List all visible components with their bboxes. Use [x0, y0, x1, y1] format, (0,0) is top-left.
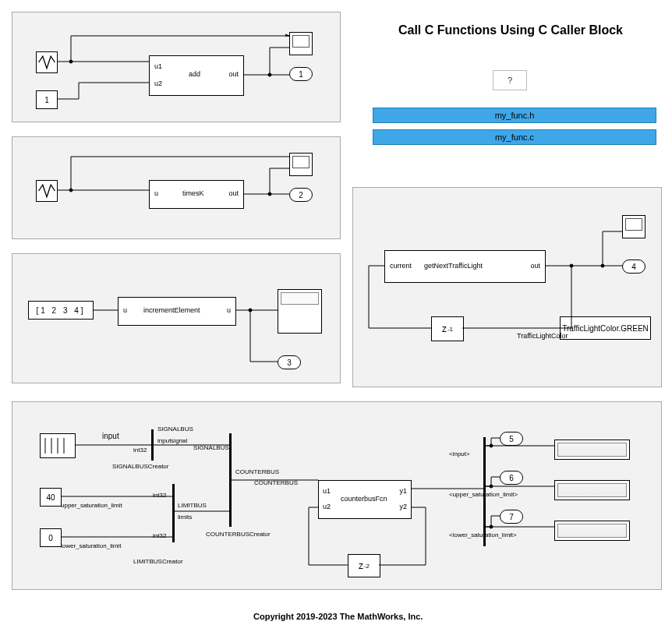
port-out-label: out — [530, 262, 540, 270]
file-source-link[interactable]: my_func.c — [373, 129, 656, 145]
port-u1-label: u1 — [323, 487, 331, 495]
label-int32-a: int32 — [133, 447, 147, 454]
svg-point-1 — [268, 73, 271, 76]
svg-point-4 — [249, 309, 252, 312]
bus-counterbus — [229, 433, 232, 527]
unit-delay-traffic: z-1 — [431, 316, 464, 341]
label-limitbuscreator: LIMITBUSCreator — [133, 558, 183, 565]
block-traffic: current getNextTrafficLight out — [384, 250, 546, 283]
signal-gen-icon — [36, 180, 58, 202]
outport-2: 2 — [289, 188, 313, 202]
svg-point-2 — [69, 189, 73, 192]
svg-point-12 — [490, 485, 493, 488]
scope-1 — [289, 32, 313, 55]
panel-timesk: u timesK out 2 — [12, 136, 341, 239]
outport-6: 6 — [500, 471, 523, 485]
block-counterbusfcn: u1 u2 counterbusFcn y1 y2 — [318, 480, 412, 519]
label-signalbuscreator: SIGNALBUSCreator — [112, 463, 168, 470]
page-title: Call C Functions Using C Caller Block — [366, 23, 655, 37]
label-upper-sat: upper_saturation_limit — [61, 502, 122, 509]
help-button[interactable]: ? — [493, 70, 527, 90]
port-u2-label: u2 — [154, 79, 162, 87]
label-out-input: <input> — [449, 450, 470, 457]
label-limitbus1: LIMITBUS — [178, 502, 207, 509]
outport-4: 4 — [622, 260, 645, 274]
port-current-label: current — [390, 262, 412, 270]
label-signalbus1: SIGNALBUS — [157, 425, 193, 433]
copyright: Copyright 2019-2023 The MathWorks, Inc. — [253, 612, 423, 621]
panel-add: 1 u1 u2 add out 1 — [12, 12, 341, 122]
svg-point-3 — [268, 192, 271, 196]
label-inputsignal: inputsignal — [157, 437, 187, 444]
label-input: input — [102, 432, 119, 440]
scope-2 — [289, 153, 313, 176]
label-counterbus1: COUNTERBUS — [235, 468, 279, 475]
display-6 — [554, 480, 630, 500]
signal-gen-icon — [36, 51, 58, 73]
port-u1-label: u1 — [154, 62, 162, 70]
outport-3: 3 — [278, 355, 301, 369]
label-limits: limits — [178, 514, 192, 521]
label-lower-sat: lower_saturation_limit — [61, 542, 121, 549]
file-header-link[interactable]: my_func.h — [373, 108, 656, 123]
panel-increment: [1 2 3 4] u incrementElement u 3 — [12, 253, 341, 383]
display-5 — [554, 440, 630, 460]
block-timesk-fn-label: timesK — [182, 189, 204, 197]
outport-7: 7 — [500, 510, 523, 524]
port-out-label: out — [228, 70, 239, 78]
port-u-out-label: u — [227, 306, 231, 314]
unit-delay-exp: -1 — [447, 326, 453, 333]
display-block-3 — [278, 289, 322, 334]
enum-green: TrafficLightColor.GREEN — [560, 316, 651, 340]
block-bus-fn-label: counterbusFcn — [341, 495, 387, 503]
block-add: u1 u2 add out — [149, 55, 244, 96]
label-out-upper: <upper_saturation_limit> — [449, 491, 518, 498]
constant-40: 40 — [40, 488, 62, 507]
block-increment: u incrementElement u — [118, 297, 236, 326]
label-counterbus2: COUNTERBUS — [254, 479, 298, 486]
block-increment-fn-label: incrementElement — [143, 306, 200, 314]
label-int32-b: int32 — [153, 492, 166, 499]
port-y2-label: y2 — [399, 503, 407, 510]
outport-1: 1 — [289, 67, 313, 81]
svg-point-11 — [490, 444, 493, 447]
svg-point-6 — [570, 264, 573, 267]
port-y1-label: y1 — [399, 487, 407, 495]
unit-delay-exp2: -2 — [364, 563, 370, 570]
svg-point-0 — [69, 60, 73, 63]
panel-traffic: current getNextTrafficLight out z-1 Traf… — [352, 187, 662, 387]
unit-delay-z2: z — [359, 560, 363, 571]
block-add-fn-label: add — [189, 70, 200, 78]
unit-delay-bus: z-2 — [348, 554, 380, 577]
label-out-lower: <lower_saturation_limit> — [449, 531, 517, 538]
traffic-signal-label: TrafficLightColor — [517, 332, 568, 340]
constant-0: 0 — [40, 528, 62, 547]
constant-array: [1 2 3 4] — [28, 301, 94, 320]
bus-limitbus — [172, 484, 175, 542]
port-u-in-label: u — [123, 306, 127, 314]
bus-signalbus — [151, 429, 154, 461]
port-u2-label: u2 — [323, 503, 331, 510]
svg-point-5 — [601, 264, 604, 267]
label-int32-c: int32 — [153, 532, 166, 539]
unit-delay-z: z — [442, 323, 447, 334]
port-out-label: out — [228, 189, 239, 197]
counter-src-icon — [40, 433, 76, 458]
outport-5: 5 — [500, 432, 523, 446]
display-7 — [554, 521, 630, 541]
label-signalbus2: SIGNALBUS — [193, 444, 229, 451]
constant-block-1: 1 — [36, 90, 58, 109]
label-counterbuscreator: COUNTERBUSCreator — [206, 531, 271, 538]
block-timesk: u timesK out — [149, 180, 244, 209]
svg-point-13 — [490, 525, 493, 528]
panel-bus: input int32 40 upper_saturation_limit in… — [12, 401, 662, 590]
block-traffic-fn-label: getNextTrafficLight — [424, 262, 483, 270]
scope-4 — [622, 215, 645, 238]
port-u-label: u — [154, 189, 158, 197]
